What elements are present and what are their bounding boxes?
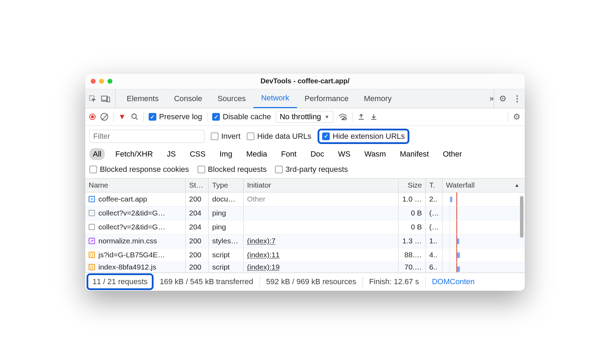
request-name: index-8bfa4912.js [98,263,156,271]
device-toolbar-icon[interactable] [101,95,110,103]
table-row[interactable]: collect?v=2&tid=G…204ping0 B(… [85,206,525,220]
request-status: 200 [186,192,209,206]
col-status[interactable]: St… [186,179,209,192]
tab-performance[interactable]: Performance [297,89,356,108]
requests-count: 11 / 21 requests [92,277,148,286]
third-party-option[interactable]: 3rd-party requests [275,165,348,174]
tab-memory[interactable]: Memory [356,89,399,108]
blocked-cookies-option[interactable]: Blocked response cookies [89,165,189,174]
throttling-select[interactable]: No throttling ▼ [276,111,333,123]
request-name: collect?v=2&tid=G… [98,209,165,217]
tab-console[interactable]: Console [166,89,210,108]
col-size[interactable]: Size [399,179,426,192]
type-filter-manifest[interactable]: Manifest [396,148,432,160]
request-type: docu… [209,192,244,206]
tab-elements[interactable]: Elements [119,89,166,108]
table-row[interactable]: ↗normalize.min.css200styles…(index):71.3… [85,234,525,248]
request-type: styles… [209,234,244,248]
download-har-icon[interactable] [370,113,378,121]
request-name: js?id=G-LB75G4E… [98,251,165,259]
hide-data-urls-checkbox[interactable] [247,132,254,140]
request-initiator[interactable]: (index):11 [247,251,280,259]
request-name: collect?v=2&tid=G… [98,223,165,231]
request-waterfall [442,220,525,234]
type-filter-wasm[interactable]: Wasm [361,148,389,160]
filter-icon[interactable]: ▼ [118,112,126,121]
filter-input[interactable] [89,130,204,143]
window-title: DevTools - coffee-cart.app/ [85,77,525,85]
table-row[interactable]: collect?v=2&tid=G…204ping0 B(… [85,220,525,234]
kebab-menu-icon[interactable]: ⋮ [513,94,521,104]
status-bar: 11 / 21 requests 169 kB / 545 kB transfe… [85,273,525,291]
type-filter-img[interactable]: Img [216,148,236,160]
network-settings-icon[interactable]: ⚙ [513,112,521,122]
clear-button[interactable] [101,113,108,121]
table-row[interactable]: ≡coffee-cart.app200docu…Other1.0 …2.. [85,192,525,206]
invert-option[interactable]: Invert [211,132,240,141]
record-button[interactable] [89,114,96,120]
type-filter-ws[interactable]: WS [335,148,354,160]
request-waterfall [442,192,525,206]
ping-file-icon [89,224,95,230]
request-initiator[interactable]: (index):7 [247,237,276,245]
request-initiator[interactable]: (index):19 [247,263,280,271]
upload-har-icon[interactable] [357,113,365,121]
request-name: normalize.min.css [98,237,157,245]
col-waterfall[interactable]: Waterfall ▲ [442,179,525,192]
type-filter-font[interactable]: Font [278,148,300,160]
network-conditions-icon[interactable] [338,113,347,121]
request-type: script [209,248,244,262]
finish-time: Finish: 12.67 s [363,276,426,287]
request-table-body: ≡coffee-cart.app200docu…Other1.0 …2..col… [85,192,525,273]
type-filter-doc[interactable]: Doc [307,148,328,160]
blocked-requests-checkbox[interactable] [198,166,205,173]
panel-tabs: ElementsConsoleSourcesNetworkPerformance… [119,89,490,108]
request-waterfall [442,206,525,220]
request-waterfall [442,248,525,262]
disable-cache-option[interactable]: Disable cache [212,112,271,121]
settings-icon[interactable]: ⚙ [499,94,507,104]
table-row[interactable]: ⟨⟩js?id=G-LB75G4E…200script(index):1188.… [85,248,525,262]
request-status: 204 [186,220,209,234]
type-filter-other[interactable]: Other [439,148,466,160]
col-initiator[interactable]: Initiator [244,179,399,192]
type-filter-fetch-xhr[interactable]: Fetch/XHR [112,148,156,160]
more-tabs-icon[interactable]: » [490,94,494,103]
type-filter-media[interactable]: Media [243,148,271,160]
tab-sources[interactable]: Sources [210,89,253,108]
scrollbar[interactable] [520,196,523,238]
hide-extension-urls-option[interactable]: Hide extension URLs [322,132,405,141]
col-type[interactable]: Type [209,179,244,192]
domcontentloaded-link[interactable]: DOMConten [426,276,481,287]
blocked-cookies-checkbox[interactable] [89,166,97,173]
disable-cache-checkbox[interactable] [212,113,220,121]
hide-data-urls-option[interactable]: Hide data URLs [247,132,311,141]
search-icon[interactable] [131,113,139,121]
request-type: script [209,262,244,272]
invert-checkbox[interactable] [211,132,218,140]
request-status: 200 [186,248,209,262]
hide-extension-urls-checkbox[interactable] [322,132,330,140]
js-file-icon: ⟨⟩ [89,264,95,270]
third-party-checkbox[interactable] [275,166,283,173]
type-filter-js[interactable]: JS [163,148,179,160]
preserve-log-checkbox[interactable] [149,113,156,121]
css-file-icon: ↗ [89,238,95,244]
table-header: Name St… Type Initiator Size T. Waterfal… [85,179,525,192]
type-filter-all[interactable]: All [89,148,105,160]
table-row[interactable]: ⟨⟩index-8bfa4912.js200script(index):1970… [85,262,525,273]
request-size: 70.… [399,262,426,272]
tab-network[interactable]: Network [253,89,297,108]
inspect-icon[interactable] [89,95,96,103]
col-time[interactable]: T. [426,179,442,192]
col-name[interactable]: Name [85,179,186,192]
js-file-icon: ⟨⟩ [89,252,95,258]
svg-line-5 [136,118,138,120]
preserve-log-option[interactable]: Preserve log [149,112,202,121]
blocked-requests-option[interactable]: Blocked requests [198,165,267,174]
type-filter-css[interactable]: CSS [186,148,209,160]
request-time: (… [426,220,442,234]
request-time: 2.. [426,192,442,206]
request-type: ping [209,220,244,234]
request-initiator: Other [247,195,266,203]
